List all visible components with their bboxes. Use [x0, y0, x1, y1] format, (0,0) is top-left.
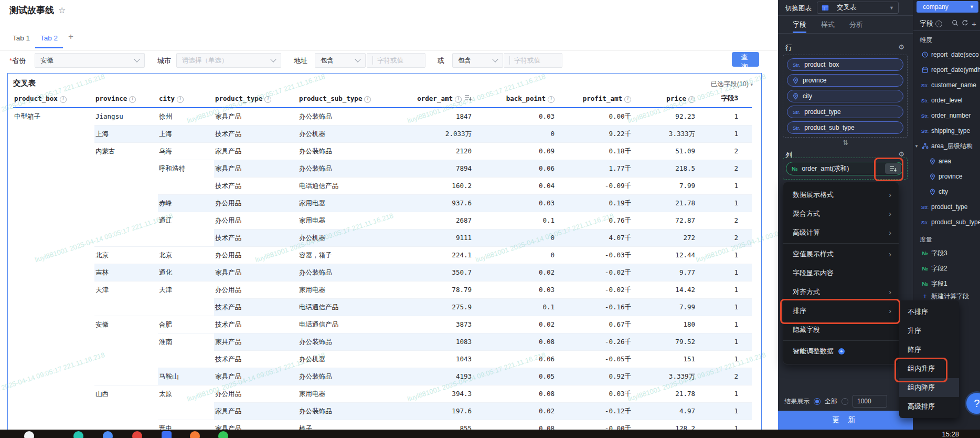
- column-header-product_type[interactable]: product_typei: [214, 94, 298, 108]
- province-filter-label: *省份: [9, 56, 26, 66]
- menu-item-聚合方式[interactable]: 聚合方式›: [783, 204, 899, 223]
- menu-item-字段显示内容[interactable]: 字段显示内容: [783, 264, 899, 283]
- field-item-area[interactable]: area: [913, 155, 980, 168]
- table-cell: 0.02: [485, 403, 568, 420]
- refresh-icon[interactable]: [962, 19, 968, 28]
- column-header-back_point[interactable]: back_pointi: [485, 94, 568, 108]
- table-cell: 3873: [395, 316, 485, 333]
- field-item-area_层级结构[interactable]: ▼area_层级结构: [913, 140, 980, 152]
- config-tab-样式[interactable]: 样式: [821, 15, 835, 33]
- dataset-dropdown[interactable]: company ▼: [917, 1, 978, 13]
- dimension-pill-product_box[interactable]: Str.product_box: [787, 58, 903, 71]
- cross-table-card[interactable]: 交叉表 已选字段(10) ▾ product_boxiprovinceicity…: [7, 73, 762, 431]
- taskbar-app-icon[interactable]: [103, 431, 113, 438]
- city-select[interactable]: 请选择（单选）: [176, 53, 281, 68]
- radio-limit[interactable]: [841, 398, 848, 405]
- collapse-caret-icon[interactable]: ▼: [914, 144, 919, 149]
- menu-item-智能调整数据[interactable]: 智能调整数据: [783, 342, 899, 361]
- sort-list-icon[interactable]: [464, 95, 472, 103]
- column-header-字段3[interactable]: 字段3: [709, 94, 752, 108]
- column-header-profit_amt[interactable]: profit_amti: [568, 94, 645, 108]
- table-cell: 3.333万: [645, 126, 709, 143]
- config-tab-分析[interactable]: 分析: [849, 15, 863, 33]
- column-header-province[interactable]: provincei: [94, 94, 158, 108]
- table-cell: 技术产品: [214, 126, 298, 143]
- table-cell: 4193: [395, 368, 485, 385]
- menu-item-数据展示格式[interactable]: 数据展示格式›: [783, 185, 899, 204]
- province-select[interactable]: 安徽: [35, 53, 145, 68]
- column-header-product_box[interactable]: product_boxi: [13, 94, 94, 108]
- taskbar-app-icon[interactable]: [190, 431, 200, 438]
- field-item-product_type[interactable]: Str.product_type: [913, 201, 980, 213]
- taskbar-app-icon[interactable]: [162, 431, 172, 438]
- field-label: customer_name: [931, 81, 976, 89]
- taskbar-app-icon[interactable]: [218, 431, 228, 438]
- address-value2-input[interactable]: 字符或值: [504, 53, 562, 68]
- measure-pill-label: order_amt(求和): [802, 164, 849, 173]
- measure-pill-order-amt[interactable]: № order_amt(求和): [786, 162, 903, 175]
- field-item-shipping_type[interactable]: Str.shipping_type: [913, 124, 980, 137]
- dimension-pill-product_sub_type[interactable]: Str.product_sub_type: [787, 121, 903, 134]
- submenu-item-组内降序[interactable]: 组内降序: [899, 378, 959, 397]
- dimension-pill-province[interactable]: province: [787, 74, 903, 87]
- menu-item-排序[interactable]: 排序›: [783, 301, 899, 320]
- submenu-item-升序[interactable]: 升序: [899, 321, 959, 340]
- selected-fields-dropdown[interactable]: 已选字段(10) ▾: [711, 80, 753, 89]
- field-item-product_sub_type[interactable]: Str.product_sub_type: [913, 216, 980, 228]
- measure-item-字段3[interactable]: №字段3: [913, 247, 980, 259]
- limit-input[interactable]: [853, 395, 887, 408]
- star-icon[interactable]: ☆: [58, 6, 66, 15]
- column-header-order_amt[interactable]: order_amti: [395, 94, 485, 108]
- field-item-order_number[interactable]: Str.order_number: [913, 109, 980, 122]
- submenu-item-不排序[interactable]: 不排序: [899, 303, 959, 321]
- config-tab-字段[interactable]: 字段: [793, 15, 806, 33]
- menu-item-高级计算[interactable]: 高级计算›: [783, 223, 899, 242]
- menu-item-空值展示样式[interactable]: 空值展示样式›: [783, 245, 899, 264]
- table-cell: 7.99: [645, 299, 709, 316]
- submenu-item-降序[interactable]: 降序: [899, 340, 959, 359]
- measure-item-字段1[interactable]: №字段1: [913, 277, 980, 290]
- switch-chart-label: 切换图表: [785, 4, 812, 13]
- search-icon[interactable]: [952, 19, 958, 28]
- chart-type-dropdown[interactable]: 交叉表 ▼: [817, 2, 899, 14]
- swap-axes-icon[interactable]: ⇅: [778, 139, 913, 147]
- string-field-icon: Str.: [920, 82, 930, 88]
- column-header-price[interactable]: pricei: [645, 94, 709, 108]
- table-header-row: product_boxiprovinceicityiproduct_typeip…: [13, 94, 752, 108]
- fields-header: 字段 i +: [920, 19, 976, 28]
- measure-item-字段2[interactable]: №字段2: [913, 262, 980, 275]
- menu-item-隐藏字段[interactable]: 隐藏字段: [783, 320, 899, 339]
- submenu-item-高级排序[interactable]: 高级排序: [899, 397, 959, 416]
- field-item-report_date(seco[interactable]: report_date(seco: [913, 48, 980, 61]
- menu-item-对齐方式[interactable]: 对齐方式›: [783, 283, 899, 301]
- add-tab-button[interactable]: +: [63, 32, 79, 48]
- submenu-item-组内升序[interactable]: 组内升序: [899, 359, 959, 378]
- tab-2[interactable]: Tab 2: [35, 34, 63, 48]
- add-field-icon[interactable]: +: [972, 19, 976, 28]
- field-item-province[interactable]: province: [913, 170, 980, 183]
- radio-all-selected[interactable]: [814, 398, 821, 405]
- address-value-input[interactable]: 字符或值: [367, 53, 425, 68]
- dimension-pill-product_type[interactable]: Str.product_type: [787, 106, 903, 118]
- dimension-pill-city[interactable]: city: [787, 90, 903, 102]
- column-header-product_sub_type[interactable]: product_sub_typei: [298, 94, 395, 108]
- field-item-customer_name[interactable]: Str.customer_name: [913, 79, 980, 91]
- taskbar-app-icon[interactable]: [24, 431, 34, 438]
- menu-item-label: 排序: [793, 301, 806, 320]
- column-header-city[interactable]: cityi: [158, 94, 214, 108]
- field-item-city[interactable]: city: [913, 185, 980, 198]
- address-operator-select[interactable]: 包含: [315, 53, 366, 68]
- update-button[interactable]: 更 新: [778, 411, 913, 430]
- field-item-report_date(ymdh[interactable]: report_date(ymdh: [913, 64, 980, 76]
- table-cell: 家具产品: [214, 403, 298, 420]
- address-operator2-select[interactable]: 包含: [452, 53, 503, 68]
- taskbar-app-icon[interactable]: [73, 431, 83, 438]
- taskbar-app-icon[interactable]: [132, 431, 142, 438]
- gear-icon[interactable]: ⚙: [898, 150, 904, 158]
- query-button[interactable]: 查 询: [732, 52, 759, 67]
- gear-icon[interactable]: ⚙: [898, 43, 904, 51]
- field-item-order_level[interactable]: Str.order_level: [913, 94, 980, 107]
- calendar-icon: [920, 67, 930, 73]
- tab-1[interactable]: Tab 1: [7, 34, 35, 48]
- field-sort-button[interactable]: [885, 163, 901, 174]
